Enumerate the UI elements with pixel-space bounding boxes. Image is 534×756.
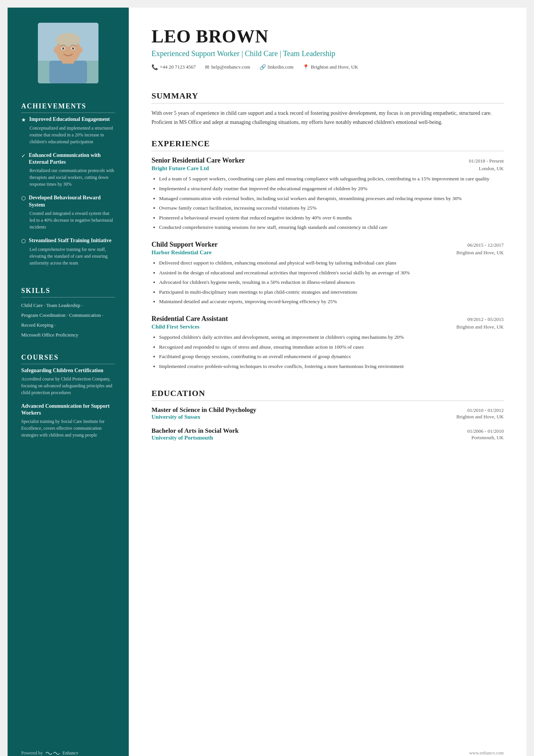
resume-container: ACHIEVEMENTS ★ Improved Educational Enga…	[8, 8, 526, 756]
job-bullet: Managed communication with external bodi…	[159, 194, 504, 203]
name-title-block: LEO BROWN Experienced Support Worker | C…	[151, 27, 504, 59]
achievement-icon: ✓	[21, 153, 26, 159]
job-bullets: Led a team of 5 support workers, coordin…	[151, 175, 504, 232]
edu-dates: 01/2006 - 01/2010	[467, 428, 504, 434]
job-bullet: Oversaw family contact facilitation, inc…	[159, 204, 504, 212]
summary-text: With over 5 years of experience in child…	[151, 109, 504, 127]
footer: Powered by Enhancv www.enhancv.com	[8, 750, 526, 756]
location-icon: 📍	[303, 64, 309, 70]
footer-left: Powered by Enhancv	[21, 750, 78, 756]
contact-linkedin: 🔗 linkedin.com	[259, 64, 294, 70]
job-dates: 09/2012 - 05/2015	[467, 316, 504, 322]
job-company: Harbor Residential Care	[151, 249, 212, 256]
edu-degree: Master of Science in Child Psychology	[151, 406, 256, 414]
job-bullet: Facilitated group therapy sessions, cont…	[159, 352, 504, 361]
achievement-icon: ⬡	[21, 238, 26, 244]
svg-point-6	[54, 47, 59, 53]
job-bullets: Delivered direct support to children, en…	[151, 259, 504, 306]
job-dates: 01/2018 - Present	[469, 158, 504, 164]
achievement-item: ✓ Enhanced Communication with External P…	[21, 152, 115, 188]
education-section-title: EDUCATION	[151, 388, 504, 401]
achievement-icon: ⬡	[21, 195, 26, 202]
edu-dates: 01/2010 - 01/2012	[467, 407, 504, 413]
achievement-desc: Led comprehensive training for new staff…	[21, 246, 115, 266]
svg-rect-2	[49, 61, 87, 83]
job-bullet: Recognized and responded to signs of str…	[159, 343, 504, 351]
skill-line: Record Keeping ·	[21, 320, 115, 330]
job-bullet: Delivered direct support to children, en…	[159, 259, 504, 267]
brand-name: Enhancv	[62, 750, 78, 756]
candidate-name: LEO BROWN	[151, 27, 504, 47]
edu-location: Brighton and Hove, UK	[456, 414, 504, 420]
skills-list: Child Care · Team Leadership ·Program Co…	[21, 301, 115, 340]
profile-photo	[38, 23, 98, 83]
skills-title: SKILLS	[21, 287, 115, 297]
achievement-title: Developed Behavioural Reward System	[29, 194, 115, 208]
achievement-title: Improved Educational Engagement	[29, 116, 110, 123]
linkedin-icon: 🔗	[259, 64, 266, 70]
job-location: Brighton and Hove, UK	[456, 324, 504, 330]
svg-point-10	[62, 47, 64, 50]
job-role: Residential Care Assistant	[151, 315, 228, 323]
course-item: Safeguarding Children Certification Accr…	[21, 367, 115, 396]
achievements-list: ★ Improved Educational Engagement Concep…	[21, 116, 115, 266]
job-dates: 06/2015 - 12/2017	[467, 242, 504, 248]
edu-school: University of Portsmouth	[151, 435, 213, 441]
svg-point-5	[56, 33, 80, 47]
skill-line: Child Care · Team Leadership ·	[21, 301, 115, 310]
skill-line: Microsoft Office Proficiency	[21, 330, 115, 340]
job-company: Bright Future Care Ltd	[151, 165, 209, 172]
job-entry: Residential Care Assistant 09/2012 - 05/…	[151, 315, 504, 370]
experience-section-title: EXPERIENCE	[151, 139, 504, 151]
job-bullet: Pioneered a behavioural reward system th…	[159, 214, 504, 222]
education-list: Master of Science in Child Psychology 01…	[151, 406, 504, 448]
course-title: Safeguarding Children Certification	[21, 367, 115, 374]
contact-location: 📍 Brighton and Hove, UK	[303, 64, 358, 70]
job-title: Experienced Support Worker | Child Care …	[151, 48, 504, 59]
achievement-title: Streamlined Staff Training Initiative	[29, 237, 111, 244]
courses-section: COURSES Safeguarding Children Certificat…	[8, 346, 129, 452]
contact-phone: 📞 +44 20 7123 4567	[151, 64, 196, 70]
job-role: Senior Residential Care Worker	[151, 157, 245, 164]
edu-location: Portsmouth, UK	[472, 435, 504, 441]
job-bullet: Advocated for children's hygiene needs, …	[159, 278, 504, 286]
phone-icon: 📞	[151, 64, 158, 70]
achievement-desc: Created and integrated a reward system t…	[21, 210, 115, 230]
svg-point-7	[77, 47, 83, 53]
education-entry: Bachelor of Arts in Social Work 01/2006 …	[151, 427, 504, 441]
achievement-item: ★ Improved Educational Engagement Concep…	[21, 116, 115, 145]
achievements-title: ACHIEVEMENTS	[21, 102, 115, 113]
job-bullets: Supported children's daily activities an…	[151, 333, 504, 370]
job-bullet: Maintained detailed and accurate reports…	[159, 297, 504, 306]
summary-section-title: SUMMARY	[151, 91, 504, 103]
achievement-title: Enhanced Communication with External Par…	[29, 152, 115, 166]
sidebar: ACHIEVEMENTS ★ Improved Educational Enga…	[8, 8, 129, 756]
footer-website: www.enhancv.com	[469, 750, 504, 756]
edu-school: University of Sussex	[151, 414, 200, 420]
job-bullet: Supported children's daily activities an…	[159, 333, 504, 341]
job-location: Brighton and Hove, UK	[456, 250, 504, 256]
edu-degree: Bachelor of Arts in Social Work	[151, 427, 239, 435]
job-bullet: Participated in multi-disciplinary team …	[159, 288, 504, 296]
achievements-section: ACHIEVEMENTS ★ Improved Educational Enga…	[8, 95, 129, 279]
main-content: LEO BROWN Experienced Support Worker | C…	[129, 8, 526, 756]
skill-line: Program Coordination · Communication ·	[21, 310, 115, 320]
courses-title: COURSES	[21, 354, 115, 364]
course-item: Advanced Communication for Support Worke…	[21, 403, 115, 438]
job-bullet: Implemented a structured daily routine t…	[159, 185, 504, 193]
skills-section: SKILLS Child Care · Team Leadership ·Pro…	[8, 279, 129, 346]
enhancv-logo-icon	[45, 751, 60, 756]
contact-row: 📞 +44 20 7123 4567 ✉ help@enhancv.com 🔗 …	[151, 64, 504, 70]
achievement-item: ⬡ Developed Behavioural Reward System Cr…	[21, 194, 115, 230]
courses-list: Safeguarding Children Certification Accr…	[21, 367, 115, 439]
job-bullet: Led a team of 5 support workers, coordin…	[159, 175, 504, 183]
course-desc: Specialist training by Social Care Insti…	[21, 418, 115, 438]
email-icon: ✉	[205, 64, 209, 70]
svg-point-11	[72, 47, 74, 50]
course-desc: Accredited course by Child Protection Co…	[21, 376, 115, 396]
powered-by-label: Powered by	[21, 750, 43, 756]
education-entry: Master of Science in Child Psychology 01…	[151, 406, 504, 420]
job-entry: Child Support Worker 06/2015 - 12/2017 H…	[151, 241, 504, 306]
job-bullet: Conducted comprehensive training session…	[159, 223, 504, 232]
achievement-desc: Revitalized our communication protocols …	[21, 167, 115, 188]
